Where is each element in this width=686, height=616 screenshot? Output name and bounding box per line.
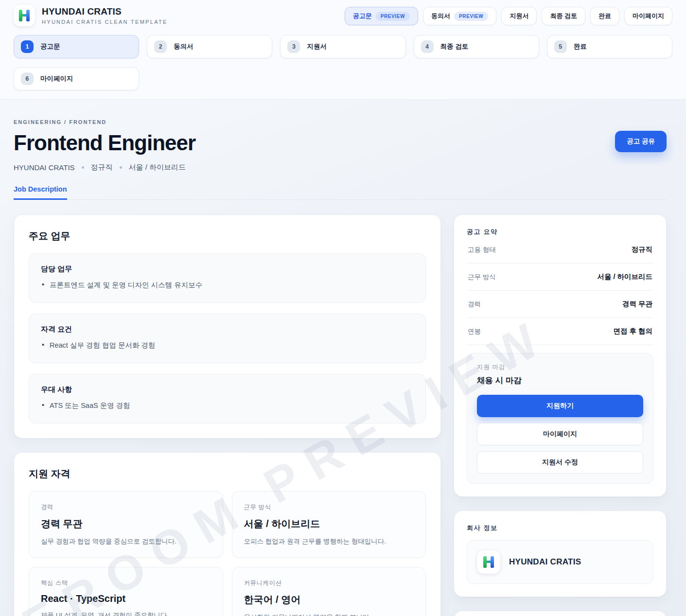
step-5-complete[interactable]: 5 완료 bbox=[547, 35, 672, 58]
nav-mypage-label: 마이페이지 bbox=[633, 12, 664, 20]
nav-final-review-label: 최종 검토 bbox=[550, 12, 577, 20]
job-title: Frontend Engineer bbox=[14, 131, 667, 155]
tab-job-description[interactable]: Job Description bbox=[14, 185, 67, 200]
qual-label: 근무 방식 bbox=[244, 503, 414, 511]
step-1-label: 공고문 bbox=[40, 42, 60, 51]
brand-logo-icon bbox=[14, 5, 35, 26]
qual-card-experience: 경력 경력 무관 실무 경험과 협업 역량을 중심으로 검토합니다. bbox=[29, 491, 223, 558]
summary-row-salary: 연봉 면접 후 협의 bbox=[467, 318, 653, 345]
deadline-label: 지원 마감 bbox=[477, 363, 643, 371]
duty-group-responsibilities: 담당 업무 프론트엔드 설계 및 운영 디자인 시스템 유지보수 bbox=[29, 253, 426, 303]
nav-announcement-label: 공고문 bbox=[353, 12, 372, 20]
qual-card-work-style: 근무 방식 서울 / 하이브리드 오피스 협업과 원격 근무를 병행하는 형태입… bbox=[232, 491, 426, 558]
h-logo-glyph-icon bbox=[483, 556, 494, 568]
duty-group-preferred: 우대 사항 ATS 또는 SaaS 운영 경험 bbox=[29, 374, 426, 423]
nav-consent-button[interactable]: 동의서 PREVIEW bbox=[423, 7, 496, 25]
workplace-card: 근무지 안내 bbox=[454, 611, 667, 616]
qual-card-core-stack: 핵심 스택 React · TypeScript 제품 UI 설계, 운영, 개… bbox=[29, 567, 223, 616]
company-info-title: 회사 정보 bbox=[467, 524, 653, 532]
posting-summary-card: 공고 요약 고용 형태 정규직 근무 방식 서울 / 하이브리드 경력 경력 무… bbox=[454, 214, 667, 497]
qual-label: 핵심 스택 bbox=[41, 579, 211, 587]
step-4-final-review[interactable]: 4 최종 검토 bbox=[414, 35, 539, 58]
duty-item: 프론트엔드 설계 및 운영 디자인 시스템 유지보수 bbox=[41, 281, 414, 290]
step-2-number: 2 bbox=[154, 40, 167, 53]
step-2-consent[interactable]: 2 동의서 bbox=[147, 35, 272, 58]
left-column: 주요 업무 담당 업무 프론트엔드 설계 및 운영 디자인 시스템 유지보수 자… bbox=[14, 214, 441, 616]
step-3-application[interactable]: 3 지원서 bbox=[280, 35, 405, 58]
job-meta-employment-type: 정규직 bbox=[91, 163, 113, 172]
duty-group-title: 우대 사항 bbox=[41, 385, 414, 394]
company-box: HYUNDAI CRATIS bbox=[467, 540, 653, 584]
job-header: ENGINEERING / FRONTEND Frontend Engineer… bbox=[14, 100, 667, 200]
summary-label: 연봉 bbox=[468, 327, 481, 336]
nav-announcement-button[interactable]: 공고문 PREVIEW bbox=[345, 7, 418, 25]
h-logo-glyph-icon bbox=[19, 10, 30, 21]
brand: HYUNDAI CRATIS HYUNDAI CRATIS CLEAN TEMP… bbox=[14, 5, 168, 26]
posting-summary-title: 공고 요약 bbox=[467, 228, 653, 236]
top-band: HYUNDAI CRATIS HYUNDAI CRATIS CLEAN TEMP… bbox=[0, 0, 686, 100]
step-6-mypage[interactable]: 6 마이페이지 bbox=[14, 67, 139, 90]
summary-value: 경력 무관 bbox=[622, 299, 652, 309]
qual-description: 문서화와 커뮤니케이션 역량을 함께 봅니다. bbox=[244, 613, 414, 616]
step-5-number: 5 bbox=[554, 40, 567, 53]
summary-label: 근무 방식 bbox=[468, 273, 496, 282]
nav-application-button[interactable]: 지원서 bbox=[501, 7, 537, 25]
mypage-button[interactable]: 마이페이지 bbox=[477, 423, 643, 445]
apply-button[interactable]: 지원하기 bbox=[477, 395, 643, 417]
job-meta-location: 서울 / 하이브리드 bbox=[129, 163, 186, 172]
nav-application-label: 지원서 bbox=[510, 12, 528, 20]
brand-subtitle: HYUNDAI CRATIS CLEAN TEMPLATE bbox=[42, 19, 168, 25]
company-logo-icon bbox=[477, 550, 500, 574]
qual-value: 경력 무관 bbox=[41, 517, 211, 530]
share-posting-button[interactable]: 공고 공유 bbox=[615, 131, 667, 152]
duty-item: ATS 또는 SaaS 운영 경험 bbox=[41, 401, 414, 410]
tab-bar: Job Description bbox=[14, 185, 667, 200]
summary-label: 경력 bbox=[468, 300, 481, 309]
job-meta: HYUNDAI CRATIS 정규직 서울 / 하이브리드 bbox=[14, 163, 667, 172]
qual-description: 오피스 협업과 원격 근무를 병행하는 형태입니다. bbox=[244, 537, 414, 546]
edit-application-button[interactable]: 지원서 수정 bbox=[477, 451, 643, 474]
nav-complete-label: 완료 bbox=[598, 12, 611, 20]
right-sidebar: 공고 요약 고용 형태 정규직 근무 방식 서울 / 하이브리드 경력 경력 무… bbox=[454, 214, 667, 616]
step-6-number: 6 bbox=[21, 72, 34, 85]
duty-group-requirements: 자격 요건 React 실무 경험 협업 문서화 경험 bbox=[29, 314, 426, 363]
qual-description: 제품 UI 설계, 운영, 개선 경험이 중요합니다. bbox=[41, 611, 211, 616]
summary-row-experience: 경력 경력 무관 bbox=[467, 291, 653, 318]
qualifications-title: 지원 자격 bbox=[29, 467, 426, 480]
brand-title: HYUNDAI CRATIS bbox=[42, 6, 168, 17]
qual-value: 서울 / 하이브리드 bbox=[244, 517, 414, 530]
step-5-label: 완료 bbox=[574, 42, 587, 51]
job-category-breadcrumb: ENGINEERING / FRONTEND bbox=[14, 119, 667, 125]
company-name: HYUNDAI CRATIS bbox=[509, 557, 581, 567]
step-1-announcement[interactable]: 1 공고문 bbox=[14, 35, 139, 58]
main-duties-title: 주요 업무 bbox=[29, 229, 426, 243]
qual-card-communication: 커뮤니케이션 한국어 / 영어 문서화와 커뮤니케이션 역량을 함께 봅니다. bbox=[232, 567, 426, 616]
step-3-number: 3 bbox=[287, 40, 300, 53]
step-4-label: 최종 검토 bbox=[440, 42, 469, 51]
qual-label: 커뮤니케이션 bbox=[244, 579, 414, 587]
step-3-label: 지원서 bbox=[307, 42, 327, 51]
summary-value: 면접 후 협의 bbox=[613, 327, 652, 336]
summary-row-work-style: 근무 방식 서울 / 하이브리드 bbox=[467, 264, 653, 291]
deadline-box: 지원 마감 채용 시 마감 지원하기 마이페이지 지원서 수정 bbox=[467, 353, 653, 484]
duty-group-title: 자격 요건 bbox=[41, 325, 414, 334]
nav-consent-preview-badge: PREVIEW bbox=[454, 12, 488, 21]
qual-label: 경력 bbox=[41, 503, 211, 511]
company-info-card: 회사 정보 HYUNDAI CRATIS bbox=[454, 510, 667, 597]
summary-value: 정규직 bbox=[632, 245, 653, 254]
nav-final-review-button[interactable]: 최종 검토 bbox=[542, 7, 585, 25]
qual-value: 한국어 / 영어 bbox=[244, 593, 414, 606]
nav-mypage-button[interactable]: 마이페이지 bbox=[624, 7, 672, 25]
step-6-label: 마이페이지 bbox=[40, 74, 73, 83]
main-content: ENGINEERING / FRONTEND Frontend Engineer… bbox=[0, 100, 686, 616]
step-2-label: 동의서 bbox=[174, 42, 193, 51]
nav-consent-label: 동의서 bbox=[431, 12, 450, 20]
top-nav: 공고문 PREVIEW 동의서 PREVIEW 지원서 최종 검토 완료 마이페… bbox=[345, 7, 672, 25]
duty-group-title: 담당 업무 bbox=[41, 264, 414, 274]
meta-separator-dot bbox=[120, 166, 122, 169]
summary-value: 서울 / 하이브리드 bbox=[597, 272, 652, 282]
nav-announcement-preview-badge: PREVIEW bbox=[376, 12, 410, 21]
step-1-number: 1 bbox=[21, 40, 34, 53]
main-duties-card: 주요 업무 담당 업무 프론트엔드 설계 및 운영 디자인 시스템 유지보수 자… bbox=[14, 214, 441, 439]
nav-complete-button[interactable]: 완료 bbox=[590, 7, 619, 25]
